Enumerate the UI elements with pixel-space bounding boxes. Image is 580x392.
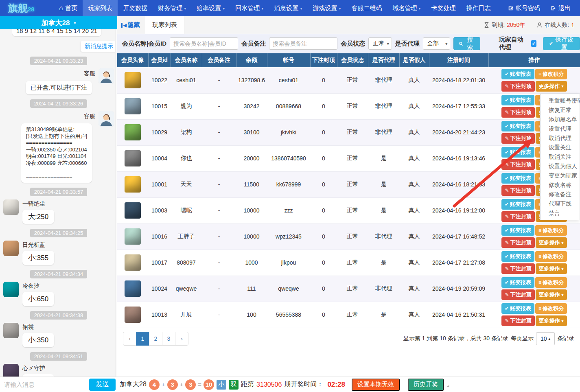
account-report-button[interactable]: ✔账变报表 <box>501 251 534 262</box>
context-menu-item-5[interactable]: 设置关注 <box>541 143 580 152</box>
context-menu-item-2[interactable]: 添加黑名单 <box>541 115 580 124</box>
pagination-page-2[interactable]: 2 <box>149 332 162 346</box>
pagination-page-3[interactable]: 3 <box>162 332 175 346</box>
brand-logo[interactable]: 旗舰28 <box>8 2 54 15</box>
context-menu-item-7[interactable]: 设置为假人 <box>541 162 580 171</box>
modify-points-button[interactable]: ≡修改积分 <box>535 251 567 262</box>
invalidate-period-button[interactable]: 设置本期无效 <box>352 379 400 391</box>
bet-cap-button[interactable]: ✎下注封顶 <box>501 211 534 222</box>
bet-cap-button[interactable]: ✎下注封顶 <box>501 159 534 170</box>
per-page-select[interactable]: 10 ▴ <box>536 332 555 345</box>
context-menu-item-10[interactable]: 修改备注 <box>541 190 580 199</box>
bet-cap-button[interactable]: ✎下注封顶 <box>501 107 534 118</box>
nav-item-0[interactable]: ⌂首页 <box>54 0 83 16</box>
per-page-value: 10 <box>541 335 547 342</box>
account-report-button[interactable]: ✔账变报表 <box>501 225 534 236</box>
more-actions-button[interactable]: 更多操作▾ <box>536 237 567 248</box>
member-status-select[interactable]: 正常▾ <box>368 37 392 50</box>
chat-room-selector[interactable]: 加拿大28 ▾ <box>0 16 117 29</box>
context-menu-item-4[interactable]: 取消代理 <box>541 134 580 143</box>
modify-points-button[interactable]: ≡修改积分 <box>535 69 567 79</box>
is-agent-select[interactable]: 全部▾ <box>423 37 450 50</box>
chat-sender-name: 一骑绝尘 <box>22 200 45 208</box>
more-actions-button[interactable]: 更多操作▾ <box>536 289 567 300</box>
bet-cap-button[interactable]: ✎下注封顶 <box>501 81 534 92</box>
logout-button[interactable]: 退出 <box>545 4 576 12</box>
nav-item-3[interactable]: 财务管理▾ <box>153 0 191 16</box>
chat-scrollbar[interactable] <box>115 29 117 377</box>
pagination-prev-button[interactable]: ‹ <box>123 332 136 346</box>
context-menu-item-8[interactable]: 变更为玩家 <box>541 171 580 180</box>
action-button-row: ✎下注封顶更多操作▾ <box>488 237 580 249</box>
chevron-down-icon: ▾ <box>261 6 263 11</box>
cell-balance: 10000 <box>236 223 267 250</box>
chat-bubble: 小:355 <box>22 251 54 265</box>
save-settings-button[interactable]: ✔ 保存设置 <box>543 37 580 50</box>
send-button[interactable]: 发送 <box>89 379 116 391</box>
member-status-value: 正常 <box>373 40 384 47</box>
nav-item-10[interactable]: 卡奖处理 <box>426 0 461 16</box>
context-menu-item-12[interactable]: 禁言 <box>541 208 580 218</box>
nav-item-11[interactable]: 操作日志 <box>461 0 496 16</box>
more-actions-button[interactable]: 更多操作▾ <box>536 315 567 326</box>
context-menu-item-11[interactable]: 代理下线 <box>541 199 580 208</box>
action-button-label: 账变报表 <box>510 96 531 104</box>
account-report-button[interactable]: ✔账变报表 <box>501 69 534 79</box>
user-avatar <box>3 282 19 297</box>
logout-label: 退出 <box>558 4 571 12</box>
member-name-input[interactable] <box>170 37 238 50</box>
modify-points-button[interactable]: ≡修改积分 <box>535 277 567 288</box>
nav-item-5[interactable]: 回水管理▾ <box>230 0 269 16</box>
auto-agent-checkbox[interactable]: ✔ <box>531 40 536 47</box>
hide-sidebar-button[interactable]: ◀ 隐藏 <box>121 21 140 29</box>
bet-cap-button[interactable]: ✎下注封顶 <box>501 133 534 144</box>
tab-player-list[interactable]: 玩家列表 <box>145 16 184 34</box>
chevron-down-icon: ▾ <box>445 42 447 46</box>
modify-points-button[interactable]: ≡修改积分 <box>535 225 567 236</box>
more-actions-button[interactable]: 更多操作▾ <box>536 263 567 274</box>
pagination-page-1[interactable]: 1 <box>136 332 149 346</box>
account-report-button[interactable]: ✔账变报表 <box>501 199 534 210</box>
pagination-next-button[interactable]: › <box>175 332 188 346</box>
nav-item-7[interactable]: 游戏设置▾ <box>307 0 346 16</box>
account-report-button[interactable]: ✔账变报表 <box>501 173 534 184</box>
check-icon: ✔ <box>505 254 509 259</box>
nav-item-1[interactable]: 玩家列表 <box>83 0 118 16</box>
modify-points-button[interactable]: ≡修改积分 <box>535 303 567 314</box>
action-button-label: 修改积分 <box>543 279 564 286</box>
history-draws-button[interactable]: 历史开奖 <box>408 379 444 391</box>
action-button-label: 账变报表 <box>510 305 531 312</box>
context-menu-item-0[interactable]: 重置账号密码 <box>541 96 580 105</box>
nav-item-2[interactable]: 开奖数据 <box>118 0 153 16</box>
countdown-timer: 02:28 <box>327 381 345 389</box>
bet-cap-button[interactable]: ✎下注封顶 <box>501 315 534 326</box>
nav-item-6[interactable]: 消息设置▾ <box>269 0 307 16</box>
account-report-button[interactable]: ✔账变报表 <box>501 95 534 105</box>
context-menu-item-6[interactable]: 取消关注 <box>541 152 580 162</box>
new-message-hint-button[interactable]: 新消息提示 <box>81 41 117 52</box>
context-menu-item-3[interactable]: 设置代理 <box>541 124 580 134</box>
size-badge: 小 <box>217 380 226 390</box>
nav-item-8[interactable]: 客服二维码 <box>346 0 387 16</box>
bet-cap-button[interactable]: ✎下注封顶 <box>501 185 534 196</box>
cell-reg-time: 2024-04-18 22:01:30 <box>429 67 488 93</box>
chat-message-input[interactable] <box>0 381 89 388</box>
nav-item-9[interactable]: 域名管理▾ <box>387 0 426 16</box>
more-actions-button[interactable]: 更多操作▾ <box>536 81 567 92</box>
bet-cap-button[interactable]: ✎下注封顶 <box>501 289 534 300</box>
account-report-button[interactable]: ✔账变报表 <box>501 303 534 314</box>
member-note-input[interactable] <box>269 37 337 50</box>
chat-bubble-line <box>26 166 87 173</box>
bet-cap-button[interactable]: ✎下注封顶 <box>501 237 534 248</box>
account-report-button[interactable]: ✔账变报表 <box>501 147 534 158</box>
context-menu-item-1[interactable]: 恢复正常 <box>541 105 580 115</box>
account-report-button[interactable]: ✔账变报表 <box>501 277 534 288</box>
chat-timestamp: 2024-04-21 09:33:23 <box>30 57 88 65</box>
account-report-button[interactable]: ✔账变报表 <box>501 121 534 131</box>
nav-item-4[interactable]: 赔率设置▾ <box>191 0 230 16</box>
account-password-button[interactable]: 帐号密码 <box>503 4 545 12</box>
context-menu-item-9[interactable]: 修改名称 <box>541 180 580 190</box>
bet-cap-button[interactable]: ✎下注封顶 <box>501 263 534 274</box>
search-button[interactable]: 搜索 <box>453 37 480 50</box>
cell-balance: 111 <box>236 276 267 302</box>
